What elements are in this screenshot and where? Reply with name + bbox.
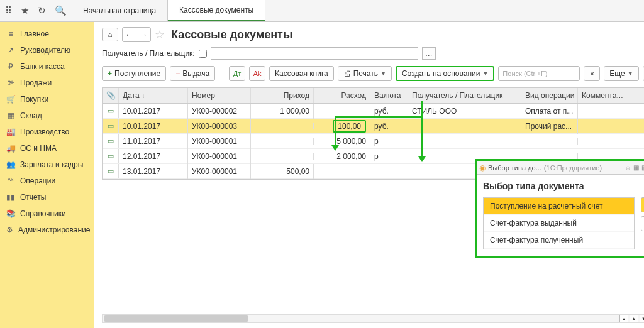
col-date[interactable]: Дата↓: [119, 88, 188, 103]
forward-button[interactable]: →: [136, 28, 150, 41]
sidebar-item-operations[interactable]: ᴬᵏОперации: [0, 173, 94, 189]
sidebar-item-admin[interactable]: ⚙Администрирование: [0, 222, 94, 238]
cell-operation: [521, 153, 578, 160]
sidebar-item-label: Банк и касса: [20, 62, 65, 71]
printer-icon: 🖨: [343, 69, 351, 78]
col-income[interactable]: Приход: [251, 88, 314, 103]
list-item[interactable]: Счет-фактура выданный: [484, 215, 634, 232]
grid-icon: ▦: [6, 111, 15, 120]
col-attachment[interactable]: 📎: [103, 88, 119, 103]
operations-icon: ᴬᵏ: [6, 177, 15, 185]
sidebar-item-references[interactable]: 📚Справочники: [0, 205, 94, 222]
sidebar-item-label: Покупки: [20, 95, 48, 104]
cell-comment: [578, 138, 644, 145]
factory-icon: 🏭: [6, 128, 15, 136]
table-row[interactable]: ▭10.01.2017УК00-000003100,00руб.Прочий р…: [103, 119, 644, 134]
scroll-top-button[interactable]: ▴: [619, 315, 628, 322]
cell-date: 10.01.2017: [119, 104, 188, 119]
sidebar-item-warehouse[interactable]: ▦Склад: [0, 107, 94, 124]
post-button[interactable]: Дт: [229, 66, 245, 81]
cell-operation: Оплата от п...: [521, 104, 578, 119]
placeholder-text: Поиск (Ctrl+F): [502, 70, 547, 77]
button-label: Поступление: [114, 69, 160, 78]
col-comment[interactable]: Коммента...: [578, 88, 644, 103]
sidebar-item-purchases[interactable]: 🛒Покупки: [0, 91, 94, 107]
nav-arrows: ← →: [122, 27, 151, 42]
star-icon[interactable]: ☆: [155, 28, 165, 41]
cell-date: 10.01.2017: [119, 119, 188, 134]
print-button[interactable]: 🖨Печать▼: [338, 66, 392, 81]
tab-label: Кассовые документы: [179, 6, 253, 14]
sidebar-item-label: Склад: [20, 111, 42, 120]
back-button[interactable]: ←: [123, 28, 136, 41]
unpost-button[interactable]: Ak: [249, 66, 265, 81]
page-title: Кассовые документы: [171, 28, 292, 41]
apps-icon[interactable]: ⠿: [5, 5, 12, 16]
col-currency[interactable]: Валюта: [370, 88, 408, 103]
sidebar-item-sales[interactable]: 🛍Продажи: [0, 75, 94, 91]
table-row[interactable]: ▭11.01.2017УК00-0000015 000,00р: [103, 134, 644, 149]
sidebar-item-main[interactable]: ≡Главное: [0, 26, 94, 42]
cell-payer: СТИЛЬ ООО: [408, 104, 521, 119]
filter-checkbox[interactable]: [199, 50, 207, 58]
post-icon: Дт: [233, 70, 242, 77]
scroll-down-button[interactable]: ▼: [640, 315, 644, 322]
list-item[interactable]: Поступление на расчетный счет: [484, 198, 634, 215]
tb-icon[interactable]: ☆: [625, 164, 631, 171]
filter-input[interactable]: [211, 47, 418, 60]
tab-cash-documents[interactable]: Кассовые документы: [168, 0, 265, 21]
filter-select-button[interactable]: …: [422, 47, 436, 60]
col-operation[interactable]: Вид операции: [521, 88, 578, 103]
cell-currency: р: [370, 134, 408, 149]
cell-expense: 100,00: [314, 117, 370, 136]
search-input[interactable]: Поиск (Ctrl+F): [498, 66, 580, 81]
tab-home[interactable]: Начальная страница: [72, 0, 168, 21]
history-icon[interactable]: ↻: [38, 5, 46, 16]
clear-search-button[interactable]: ×: [584, 66, 600, 81]
caret-down-icon: ▼: [482, 70, 488, 77]
ok-button[interactable]: ОК: [641, 197, 644, 212]
scroll-thumb[interactable]: [104, 315, 248, 322]
col-number[interactable]: Номер: [188, 88, 251, 103]
cell-income: [251, 123, 314, 129]
sidebar-item-production[interactable]: 🏭Производство: [0, 124, 94, 140]
sidebar-item-manager[interactable]: ↗Руководителю: [0, 42, 94, 58]
doc-status-icon: ▭: [103, 164, 119, 178]
topbar-icons: ⠿ ★ ↻ 🔍: [0, 0, 72, 21]
receipt-button[interactable]: +Поступление: [102, 66, 166, 81]
search-icon[interactable]: 🔍: [55, 5, 67, 16]
sidebar-item-bank[interactable]: ₽Банк и касса: [0, 58, 94, 75]
tb-icon[interactable]: ▤: [641, 164, 644, 171]
toolbar: +Поступление −Выдача Дт Ak Кассовая книг…: [102, 66, 644, 81]
col-payer[interactable]: Получатель / Плательщик: [408, 88, 521, 103]
sidebar-item-payroll[interactable]: 👥Зарплата и кадры: [0, 156, 94, 173]
create-based-button[interactable]: Создать на основании▼: [396, 66, 494, 81]
cell-income: [251, 138, 314, 145]
sidebar-item-label: Администрирование: [18, 226, 90, 234]
cell-expense: 2 000,00: [314, 149, 370, 164]
horizontal-scrollbar[interactable]: ▴ ▲ ▼ ▾: [102, 314, 644, 323]
sidebar-item-assets[interactable]: 🚚ОС и НМА: [0, 140, 94, 156]
type-selection-popup: ◉ Выбор типа до... (1С:Предприятие) ☆ ▦ …: [475, 159, 644, 258]
more-button[interactable]: Еще▼: [604, 66, 638, 81]
expense-button[interactable]: −Выдача: [170, 66, 215, 81]
cell-income: 1 000,00: [251, 104, 314, 119]
sidebar-item-reports[interactable]: ▮▮Отчеты: [0, 189, 94, 205]
home-button[interactable]: ⌂: [102, 28, 118, 41]
tb-icon[interactable]: ▦: [633, 164, 639, 171]
tab-label: Начальная страница: [83, 6, 156, 15]
popup-titlebar[interactable]: ◉ Выбор типа до... (1С:Предприятие) ☆ ▦ …: [477, 161, 644, 175]
books-icon: 📚: [6, 209, 15, 218]
scroll-up-button[interactable]: ▲: [630, 315, 638, 322]
content: ⌂ ← → ☆ Кассовые документы × Получатель …: [94, 22, 644, 328]
col-expense[interactable]: Расход: [314, 88, 370, 103]
caret-down-icon: ▼: [628, 70, 633, 77]
doc-status-icon: ▭: [103, 134, 119, 148]
table-header: 📎 Дата↓ Номер Приход Расход Валюта Получ…: [103, 88, 644, 104]
favorite-icon[interactable]: ★: [21, 5, 29, 16]
cell-date: 13.01.2017: [119, 164, 188, 179]
list-item[interactable]: Счет-фактура полученный: [484, 232, 634, 249]
cancel-button[interactable]: Отмена: [641, 216, 644, 231]
app-icon: ◉: [479, 163, 486, 172]
cashbook-button[interactable]: Кассовая книга: [269, 66, 334, 81]
